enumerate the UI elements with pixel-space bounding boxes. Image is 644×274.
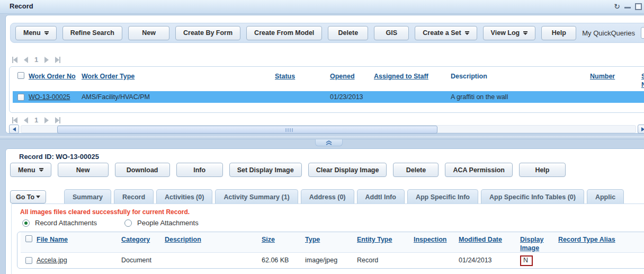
minimize-icon[interactable]: [624, 3, 631, 10]
grip-icon: [285, 128, 293, 132]
gis-button[interactable]: GIS: [374, 26, 409, 40]
row-checkbox[interactable]: [17, 94, 24, 101]
col-inspection[interactable]: Inspection: [414, 232, 459, 244]
set-display-image-button[interactable]: Set Display Image: [229, 163, 302, 177]
col-description[interactable]: Description: [165, 232, 262, 244]
help-button[interactable]: Help: [541, 26, 576, 40]
new-button[interactable]: New: [128, 26, 169, 40]
select-all-checkbox[interactable]: [25, 235, 32, 242]
attachment-type-radios: Record Attachments People Attachments: [22, 219, 221, 227]
last-page-icon[interactable]: [55, 57, 60, 63]
type-value: image/jpeg: [305, 254, 357, 266]
first-page-icon[interactable]: [12, 57, 17, 63]
help-button[interactable]: Help: [519, 163, 566, 177]
last-page-icon[interactable]: [55, 117, 60, 123]
work-order-list-panel: Menu Refine Search New Create By Form Cr…: [5, 15, 644, 134]
display-image-flag-highlighted[interactable]: N: [520, 255, 533, 266]
record-detail-panel: Record ID: WO-13-00025 Menu New Download…: [5, 148, 644, 274]
prev-page-icon[interactable]: [24, 57, 28, 63]
people-attachments-radio[interactable]: [124, 219, 132, 227]
maximize-icon[interactable]: [635, 3, 642, 10]
new-button[interactable]: New: [58, 163, 109, 177]
col-entity-type[interactable]: Entity Type: [357, 232, 414, 244]
col-display-image[interactable]: Display Image: [520, 232, 558, 252]
tab-activity-summary[interactable]: Activity Summary (1): [215, 189, 298, 204]
collapse-splitter-handle[interactable]: [315, 139, 343, 146]
col-work-order-type[interactable]: Work Order Type: [82, 67, 275, 81]
create-from-model-button[interactable]: Create From Model: [246, 26, 322, 40]
page-number: 1: [34, 116, 38, 124]
col-modified-date[interactable]: Modified Date: [459, 232, 520, 244]
delete-button[interactable]: Delete: [328, 26, 368, 40]
col-truncated[interactable]: S N: [641, 67, 644, 89]
col-category[interactable]: Category: [121, 232, 165, 244]
window-title: Record: [10, 2, 33, 10]
col-status[interactable]: Status: [275, 67, 330, 81]
go-to-button[interactable]: Go To: [10, 190, 46, 204]
tab-summary[interactable]: Summary: [64, 189, 111, 204]
prev-page-icon[interactable]: [24, 117, 28, 123]
opened-value: 01/23/2013: [330, 91, 374, 103]
table-row[interactable]: WO-13-00025 AMS/Facility/HVAC/PM 01/23/2…: [13, 91, 644, 103]
window-title-bar: Record ↻: [0, 0, 644, 14]
entity-type-value: Record: [357, 254, 414, 266]
tab-record[interactable]: Record: [114, 189, 154, 204]
work-order-type-value: AMS/Facility/HVAC/PM: [82, 91, 275, 103]
size-value: 62.06 KB: [262, 254, 305, 266]
col-description: Description: [451, 67, 590, 81]
scrollbar-track[interactable]: [21, 125, 636, 133]
first-page-icon[interactable]: [12, 117, 17, 123]
next-page-icon[interactable]: [44, 117, 49, 123]
record-attachments-label: Record Attachments: [35, 219, 97, 227]
scroll-left-icon[interactable]: [9, 125, 19, 134]
col-size[interactable]: Size: [262, 232, 305, 244]
clear-display-image-button[interactable]: Clear Display Image: [308, 163, 387, 177]
tab-addtl-info[interactable]: Addtl Info: [357, 189, 405, 204]
refresh-icon[interactable]: ↻: [614, 2, 620, 11]
view-log-button[interactable]: View Log: [483, 26, 536, 40]
tab-applicant-truncated[interactable]: Applic: [587, 189, 624, 204]
people-attachments-label: People Attachments: [137, 219, 199, 227]
refine-search-button[interactable]: Refine Search: [62, 26, 122, 40]
file-name-link[interactable]: Accela.jpg: [37, 257, 67, 264]
col-number[interactable]: Number: [590, 67, 641, 81]
menu-button[interactable]: Menu: [10, 163, 51, 177]
chevron-up-icon: [325, 140, 333, 145]
category-value: Document: [121, 254, 165, 266]
next-page-icon[interactable]: [44, 57, 49, 63]
col-file-name[interactable]: File Name: [37, 232, 121, 244]
row-checkbox[interactable]: [25, 257, 32, 264]
col-opened[interactable]: Opened: [330, 67, 374, 81]
status-message: All images files cleared successfully fo…: [20, 208, 190, 216]
aca-permission-button[interactable]: ACA Permission: [445, 163, 512, 177]
dropdown-caret-icon: [465, 31, 469, 35]
record-attachments-radio[interactable]: [22, 219, 30, 227]
tab-activities[interactable]: Activities (0): [156, 189, 212, 204]
col-assigned-to-staff[interactable]: Assigned to Staff: [374, 67, 451, 81]
attachments-tab-content: All images files cleared successfully fo…: [11, 204, 644, 274]
quickqueries-select[interactable]: [641, 27, 644, 39]
menu-button[interactable]: Menu: [15, 26, 57, 40]
scrollbar-thumb[interactable]: [57, 126, 437, 134]
download-button[interactable]: Download: [115, 163, 170, 177]
info-button[interactable]: Info: [176, 163, 223, 177]
table-row[interactable]: Accela.jpg Document 62.06 KB image/jpeg …: [21, 253, 644, 268]
horizontal-scrollbar[interactable]: [9, 125, 644, 134]
tab-address[interactable]: Address (0): [301, 189, 354, 204]
scroll-right-icon[interactable]: [638, 125, 644, 134]
create-by-form-button[interactable]: Create By Form: [175, 26, 240, 40]
create-a-set-button[interactable]: Create a Set: [415, 26, 477, 40]
work-order-no-link[interactable]: WO-13-00025: [29, 93, 70, 101]
select-all-checkbox[interactable]: [17, 72, 24, 79]
page-number: 1: [34, 56, 38, 64]
col-record-type-alias[interactable]: Record Type Alias: [558, 232, 644, 244]
tab-app-specific-info[interactable]: App Specific Info: [407, 189, 478, 204]
work-order-toolbar: Menu Refine Search New Create By Form Cr…: [10, 23, 644, 43]
tab-app-specific-info-tables[interactable]: App Specific Info Tables (0): [481, 189, 584, 204]
col-work-order-no[interactable]: Work Order No: [29, 67, 82, 81]
col-type[interactable]: Type: [305, 232, 357, 244]
delete-button[interactable]: Delete: [393, 163, 439, 177]
work-order-table: Work Order No Work Order Type Status Ope…: [9, 66, 644, 113]
panel-divider: [0, 136, 644, 139]
dropdown-caret-icon: [39, 168, 43, 172]
